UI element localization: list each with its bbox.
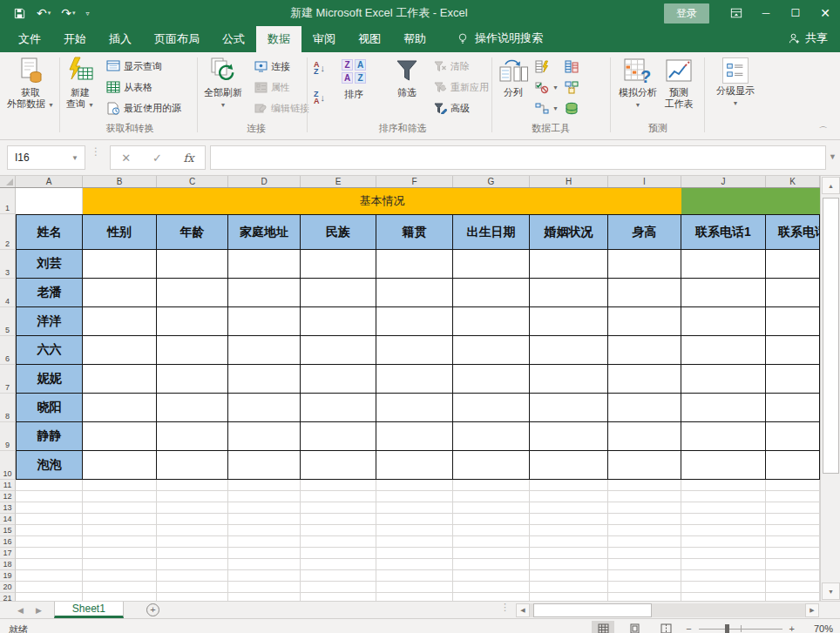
cell[interactable]	[157, 422, 228, 451]
cell[interactable]	[608, 336, 681, 365]
zoom-slider-thumb[interactable]	[725, 624, 729, 633]
column-header-A[interactable]: A	[16, 176, 83, 187]
column-header-B[interactable]: B	[83, 176, 157, 187]
cell[interactable]	[83, 279, 157, 307]
cell[interactable]	[530, 480, 608, 491]
cell[interactable]	[530, 548, 608, 559]
cell[interactable]	[766, 536, 820, 548]
cell[interactable]	[301, 570, 376, 582]
cell[interactable]	[228, 514, 301, 525]
cell[interactable]	[681, 365, 766, 394]
vertical-scrollbar[interactable]: ▲ ▼	[820, 176, 840, 601]
cell[interactable]	[453, 451, 530, 480]
cell[interactable]	[766, 279, 820, 307]
cell[interactable]	[530, 525, 608, 536]
cell[interactable]	[608, 250, 681, 279]
cell[interactable]	[453, 279, 530, 307]
cell[interactable]	[766, 548, 820, 559]
page-layout-view-button[interactable]	[623, 621, 646, 633]
cell[interactable]	[83, 548, 157, 559]
cell[interactable]	[157, 491, 228, 502]
cell[interactable]	[608, 525, 681, 536]
row-header-19[interactable]: 19	[0, 570, 16, 582]
cell[interactable]	[608, 548, 681, 559]
cell[interactable]	[228, 548, 301, 559]
cell[interactable]	[301, 536, 376, 548]
cell[interactable]	[301, 502, 376, 514]
tell-me-search[interactable]: 操作说明搜索	[457, 30, 543, 46]
cell[interactable]	[228, 480, 301, 491]
collapse-ribbon-chevron[interactable]: ︿	[819, 122, 828, 131]
redo-button[interactable]: ↷▾	[57, 3, 79, 24]
cell[interactable]	[16, 502, 83, 514]
cell[interactable]	[16, 582, 83, 593]
cell[interactable]	[16, 525, 83, 536]
cell[interactable]	[608, 394, 681, 422]
ribbon-display-options-button[interactable]	[721, 0, 751, 26]
row-header-3[interactable]: 3	[0, 250, 16, 279]
cell[interactable]	[16, 480, 83, 491]
horizontal-scroll-thumb[interactable]	[533, 603, 652, 617]
cell[interactable]	[157, 365, 228, 394]
cell[interactable]	[376, 570, 453, 582]
header-cell-E2[interactable]: 民族	[301, 214, 376, 250]
edit-links-button[interactable]: 编辑链接	[254, 99, 309, 117]
cell[interactable]	[530, 536, 608, 548]
cell[interactable]	[83, 250, 157, 279]
cell[interactable]	[376, 559, 453, 570]
cell[interactable]	[301, 422, 376, 451]
menu-tab-公式[interactable]: 公式	[211, 26, 256, 52]
cancel-entry-button[interactable]: ✕	[121, 152, 131, 165]
cell[interactable]	[157, 548, 228, 559]
cell[interactable]	[530, 336, 608, 365]
cell-A1[interactable]	[16, 188, 83, 214]
clear-filter-button[interactable]: 清除	[434, 57, 470, 75]
cell[interactable]	[530, 570, 608, 582]
name-cell-A8[interactable]: 晓阳	[16, 394, 83, 422]
cell[interactable]	[16, 559, 83, 570]
sort-ascending-button[interactable]: AZ↓	[314, 59, 325, 77]
row-header-14[interactable]: 14	[0, 514, 16, 525]
data-validation-button[interactable]: ▼	[535, 78, 559, 96]
cell[interactable]	[681, 279, 766, 307]
cell[interactable]	[453, 570, 530, 582]
customize-qat-button[interactable]: ▿	[82, 3, 94, 24]
cell[interactable]	[83, 307, 157, 336]
cell[interactable]	[157, 570, 228, 582]
cell[interactable]	[453, 593, 530, 601]
cell[interactable]	[530, 365, 608, 394]
sort-button[interactable]: ZAAZ 排序	[342, 56, 366, 100]
cell[interactable]	[157, 480, 228, 491]
cell[interactable]	[530, 394, 608, 422]
cell[interactable]	[766, 480, 820, 491]
page-break-view-button[interactable]	[654, 621, 677, 633]
cell[interactable]	[453, 514, 530, 525]
cell[interactable]	[766, 422, 820, 451]
cell[interactable]	[608, 570, 681, 582]
cell[interactable]	[228, 394, 301, 422]
cell[interactable]	[766, 250, 820, 279]
cell[interactable]	[83, 480, 157, 491]
zoom-slider[interactable]	[699, 623, 782, 633]
new-sheet-button[interactable]: +	[146, 603, 159, 616]
cell[interactable]	[301, 307, 376, 336]
cell[interactable]	[228, 279, 301, 307]
cell[interactable]	[681, 250, 766, 279]
cell[interactable]	[766, 307, 820, 336]
sheet-tab-Sheet1[interactable]: Sheet1	[54, 602, 124, 618]
cell[interactable]	[766, 559, 820, 570]
cell[interactable]	[681, 307, 766, 336]
cell[interactable]	[530, 307, 608, 336]
cell[interactable]	[301, 548, 376, 559]
cell[interactable]	[83, 536, 157, 548]
cell[interactable]	[530, 514, 608, 525]
cell[interactable]	[83, 365, 157, 394]
name-cell-A4[interactable]: 老潘	[16, 279, 83, 307]
name-cell-A7[interactable]: 妮妮	[16, 365, 83, 394]
connections-button[interactable]: 连接	[254, 57, 290, 75]
cell[interactable]	[530, 491, 608, 502]
header-cell-K2[interactable]: 联系电话2	[766, 214, 820, 250]
advanced-filter-button[interactable]: 高级	[434, 99, 470, 117]
column-header-G[interactable]: G	[453, 176, 530, 187]
menu-tab-视图[interactable]: 视图	[347, 26, 392, 52]
